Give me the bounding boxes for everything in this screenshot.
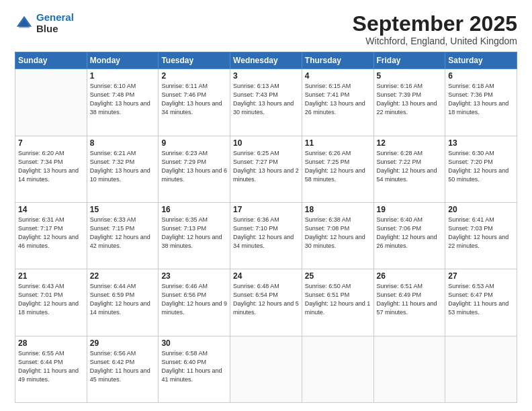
day-info: Sunrise: 6:26 AMSunset: 7:25 PMDaylight:… xyxy=(305,149,371,184)
day-number: 11 xyxy=(305,138,371,148)
day-info: Sunrise: 6:30 AMSunset: 7:20 PMDaylight:… xyxy=(448,149,514,184)
table-row: 20Sunrise: 6:41 AMSunset: 7:03 PMDayligh… xyxy=(445,202,517,269)
day-number: 21 xyxy=(18,271,84,281)
day-number: 25 xyxy=(305,271,371,281)
day-number: 30 xyxy=(161,338,227,348)
day-number: 16 xyxy=(161,205,227,214)
table-row: 30Sunrise: 6:58 AMSunset: 6:40 PMDayligh… xyxy=(159,336,230,402)
day-info: Sunrise: 6:18 AMSunset: 7:36 PMDaylight:… xyxy=(448,82,514,117)
day-info: Sunrise: 6:23 AMSunset: 7:29 PMDaylight:… xyxy=(161,149,227,184)
day-info: Sunrise: 6:21 AMSunset: 7:32 PMDaylight:… xyxy=(90,149,156,184)
table-row: 4Sunrise: 6:15 AMSunset: 7:41 PMDaylight… xyxy=(302,69,373,136)
header-friday: Friday xyxy=(373,52,445,69)
day-number: 26 xyxy=(377,271,443,281)
day-number: 13 xyxy=(448,138,514,148)
day-number: 12 xyxy=(377,138,443,148)
day-info: Sunrise: 6:48 AMSunset: 6:54 PMDaylight:… xyxy=(233,282,299,317)
day-number: 20 xyxy=(448,205,514,214)
logo: General Blue xyxy=(15,12,74,34)
day-info: Sunrise: 6:15 AMSunset: 7:41 PMDaylight:… xyxy=(305,82,371,117)
day-number: 14 xyxy=(18,205,84,214)
table-row: 7Sunrise: 6:20 AMSunset: 7:34 PMDaylight… xyxy=(15,136,87,202)
day-info: Sunrise: 6:58 AMSunset: 6:40 PMDaylight:… xyxy=(161,349,227,384)
day-info: Sunrise: 6:33 AMSunset: 7:15 PMDaylight:… xyxy=(90,216,156,250)
table-row: 5Sunrise: 6:16 AMSunset: 7:39 PMDaylight… xyxy=(373,69,445,136)
calendar-week-row: 7Sunrise: 6:20 AMSunset: 7:34 PMDaylight… xyxy=(15,136,517,202)
day-number: 7 xyxy=(18,138,84,148)
calendar-week-row: 1Sunrise: 6:10 AMSunset: 7:48 PMDaylight… xyxy=(15,69,517,136)
table-row: 27Sunrise: 6:53 AMSunset: 6:47 PMDayligh… xyxy=(445,269,517,336)
title-block: September 2025 Witchford, England, Unite… xyxy=(353,12,517,46)
table-row: 18Sunrise: 6:38 AMSunset: 7:08 PMDayligh… xyxy=(302,202,373,269)
day-number: 23 xyxy=(161,271,227,281)
logo-text: General Blue xyxy=(36,12,74,34)
day-info: Sunrise: 6:35 AMSunset: 7:13 PMDaylight:… xyxy=(161,216,227,250)
table-row: 2Sunrise: 6:11 AMSunset: 7:46 PMDaylight… xyxy=(159,69,230,136)
table-row: 17Sunrise: 6:36 AMSunset: 7:10 PMDayligh… xyxy=(230,202,302,269)
table-row: 8Sunrise: 6:21 AMSunset: 7:32 PMDaylight… xyxy=(87,136,159,202)
month-title: September 2025 xyxy=(353,12,517,36)
table-row xyxy=(373,336,445,402)
day-number: 28 xyxy=(18,338,84,348)
day-info: Sunrise: 6:44 AMSunset: 6:59 PMDaylight:… xyxy=(90,282,156,317)
day-info: Sunrise: 6:53 AMSunset: 6:47 PMDaylight:… xyxy=(448,282,514,317)
calendar-week-row: 28Sunrise: 6:55 AMSunset: 6:44 PMDayligh… xyxy=(15,336,517,402)
table-row xyxy=(230,336,302,402)
day-info: Sunrise: 6:41 AMSunset: 7:03 PMDaylight:… xyxy=(448,216,514,250)
calendar-week-row: 21Sunrise: 6:43 AMSunset: 7:01 PMDayligh… xyxy=(15,269,517,336)
table-row: 14Sunrise: 6:31 AMSunset: 7:17 PMDayligh… xyxy=(15,202,87,269)
day-number: 6 xyxy=(448,71,514,81)
day-info: Sunrise: 6:20 AMSunset: 7:34 PMDaylight:… xyxy=(18,149,84,184)
table-row: 22Sunrise: 6:44 AMSunset: 6:59 PMDayligh… xyxy=(87,269,159,336)
day-info: Sunrise: 6:50 AMSunset: 6:51 PMDaylight:… xyxy=(305,282,371,317)
day-info: Sunrise: 6:55 AMSunset: 6:44 PMDaylight:… xyxy=(18,349,84,384)
table-row: 9Sunrise: 6:23 AMSunset: 7:29 PMDaylight… xyxy=(159,136,230,202)
day-number: 8 xyxy=(90,138,156,148)
page: General Blue September 2025 Witchford, E… xyxy=(0,0,532,411)
day-number: 17 xyxy=(233,205,299,214)
day-info: Sunrise: 6:28 AMSunset: 7:22 PMDaylight:… xyxy=(377,149,443,184)
day-info: Sunrise: 6:11 AMSunset: 7:46 PMDaylight:… xyxy=(161,82,227,117)
day-info: Sunrise: 6:31 AMSunset: 7:17 PMDaylight:… xyxy=(18,216,84,250)
table-row xyxy=(15,69,87,136)
table-row: 1Sunrise: 6:10 AMSunset: 7:48 PMDaylight… xyxy=(87,69,159,136)
table-row: 24Sunrise: 6:48 AMSunset: 6:54 PMDayligh… xyxy=(230,269,302,336)
day-number: 22 xyxy=(90,271,156,281)
day-info: Sunrise: 6:51 AMSunset: 6:49 PMDaylight:… xyxy=(377,282,443,317)
calendar-header-row: Sunday Monday Tuesday Wednesday Thursday… xyxy=(15,52,517,69)
calendar-table: Sunday Monday Tuesday Wednesday Thursday… xyxy=(15,52,517,403)
table-row: 15Sunrise: 6:33 AMSunset: 7:15 PMDayligh… xyxy=(87,202,159,269)
table-row xyxy=(302,336,373,402)
table-row: 13Sunrise: 6:30 AMSunset: 7:20 PMDayligh… xyxy=(445,136,517,202)
day-info: Sunrise: 6:16 AMSunset: 7:39 PMDaylight:… xyxy=(377,82,443,117)
table-row: 6Sunrise: 6:18 AMSunset: 7:36 PMDaylight… xyxy=(445,69,517,136)
table-row: 10Sunrise: 6:25 AMSunset: 7:27 PMDayligh… xyxy=(230,136,302,202)
day-number: 10 xyxy=(233,138,299,148)
table-row: 28Sunrise: 6:55 AMSunset: 6:44 PMDayligh… xyxy=(15,336,87,402)
table-row: 19Sunrise: 6:40 AMSunset: 7:06 PMDayligh… xyxy=(373,202,445,269)
day-number: 1 xyxy=(90,71,156,81)
day-info: Sunrise: 6:38 AMSunset: 7:08 PMDaylight:… xyxy=(305,216,371,250)
table-row: 25Sunrise: 6:50 AMSunset: 6:51 PMDayligh… xyxy=(302,269,373,336)
day-info: Sunrise: 6:43 AMSunset: 7:01 PMDaylight:… xyxy=(18,282,84,317)
location: Witchford, England, United Kingdom xyxy=(353,36,517,46)
header-saturday: Saturday xyxy=(445,52,517,69)
day-number: 15 xyxy=(90,205,156,214)
day-info: Sunrise: 6:46 AMSunset: 6:56 PMDaylight:… xyxy=(161,282,227,317)
day-number: 27 xyxy=(448,271,514,281)
logo-line1: General xyxy=(36,11,74,23)
day-info: Sunrise: 6:10 AMSunset: 7:48 PMDaylight:… xyxy=(90,82,156,117)
header-sunday: Sunday xyxy=(15,52,87,69)
table-row: 3Sunrise: 6:13 AMSunset: 7:43 PMDaylight… xyxy=(230,69,302,136)
header: General Blue September 2025 Witchford, E… xyxy=(15,12,517,46)
table-row: 11Sunrise: 6:26 AMSunset: 7:25 PMDayligh… xyxy=(302,136,373,202)
day-number: 4 xyxy=(305,71,371,81)
day-info: Sunrise: 6:40 AMSunset: 7:06 PMDaylight:… xyxy=(377,216,443,250)
calendar-week-row: 14Sunrise: 6:31 AMSunset: 7:17 PMDayligh… xyxy=(15,202,517,269)
header-thursday: Thursday xyxy=(302,52,373,69)
day-number: 3 xyxy=(233,71,299,81)
header-tuesday: Tuesday xyxy=(159,52,230,69)
header-wednesday: Wednesday xyxy=(230,52,302,69)
header-monday: Monday xyxy=(87,52,159,69)
table-row: 21Sunrise: 6:43 AMSunset: 7:01 PMDayligh… xyxy=(15,269,87,336)
